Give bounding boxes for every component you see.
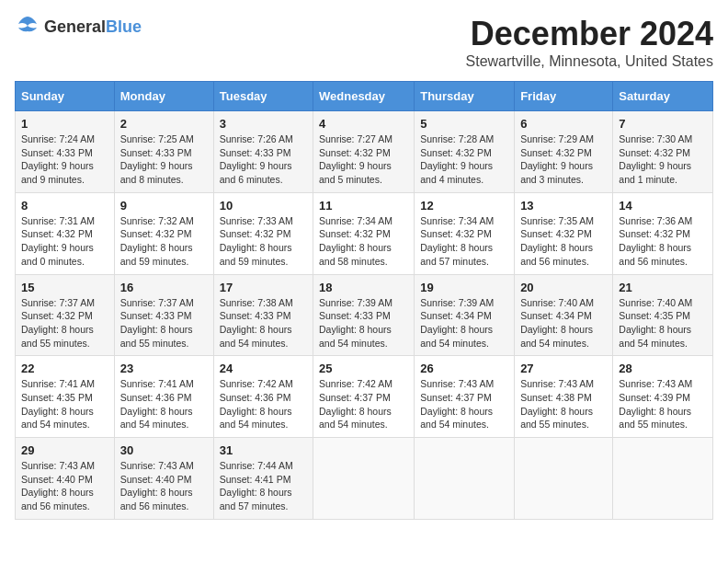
day-number: 18 [319, 281, 408, 294]
calendar-cell: 31 Sunrise: 7:44 AM Sunset: 4:41 PM Dayl… [213, 438, 313, 520]
day-number: 26 [420, 362, 508, 375]
day-header-friday: Friday [515, 82, 613, 111]
day-number: 10 [220, 199, 307, 213]
calendar-cell [415, 438, 515, 520]
calendar-cell: 16 Sunrise: 7:37 AM Sunset: 4:33 PM Dayl… [114, 274, 213, 356]
logo-bird-icon [15, 15, 40, 35]
day-number: 31 [220, 443, 307, 457]
day-info: Sunrise: 7:33 AM Sunset: 4:32 PM Dayligh… [220, 214, 307, 269]
day-number: 22 [21, 362, 108, 375]
calendar-table: SundayMondayTuesdayWednesdayThursdayFrid… [15, 81, 713, 520]
day-number: 9 [120, 199, 208, 213]
day-number: 23 [120, 362, 208, 375]
day-info: Sunrise: 7:38 AM Sunset: 4:33 PM Dayligh… [220, 296, 307, 350]
calendar-cell: 24 Sunrise: 7:42 AM Sunset: 4:36 PM Dayl… [213, 356, 313, 438]
day-info: Sunrise: 7:41 AM Sunset: 4:36 PM Dayligh… [120, 377, 208, 431]
day-headers-row: SundayMondayTuesdayWednesdayThursdayFrid… [16, 82, 713, 111]
day-number: 3 [220, 117, 307, 131]
day-info: Sunrise: 7:35 AM Sunset: 4:32 PM Dayligh… [520, 214, 607, 269]
day-info: Sunrise: 7:36 AM Sunset: 4:32 PM Dayligh… [619, 214, 707, 269]
day-info: Sunrise: 7:34 AM Sunset: 4:32 PM Dayligh… [319, 214, 408, 269]
day-number: 11 [319, 199, 408, 213]
title-section: December 2024 Stewartville, Minnesota, U… [466, 15, 713, 70]
day-info: Sunrise: 7:31 AM Sunset: 4:32 PM Dayligh… [21, 214, 108, 269]
day-info: Sunrise: 7:24 AM Sunset: 4:33 PM Dayligh… [21, 132, 108, 187]
day-info: Sunrise: 7:40 AM Sunset: 4:34 PM Dayligh… [520, 296, 607, 350]
calendar-cell: 15 Sunrise: 7:37 AM Sunset: 4:32 PM Dayl… [16, 274, 115, 356]
day-number: 2 [120, 117, 208, 131]
day-number: 14 [619, 199, 707, 213]
calendar-week-row: 8 Sunrise: 7:31 AM Sunset: 4:32 PM Dayli… [16, 192, 713, 274]
calendar-week-row: 1 Sunrise: 7:24 AM Sunset: 4:33 PM Dayli… [16, 111, 713, 193]
day-number: 27 [520, 362, 607, 375]
calendar-cell: 13 Sunrise: 7:35 AM Sunset: 4:32 PM Dayl… [515, 192, 613, 274]
day-info: Sunrise: 7:26 AM Sunset: 4:33 PM Dayligh… [220, 132, 307, 187]
day-info: Sunrise: 7:39 AM Sunset: 4:34 PM Dayligh… [420, 296, 508, 350]
calendar-cell: 3 Sunrise: 7:26 AM Sunset: 4:33 PM Dayli… [213, 111, 313, 193]
day-info: Sunrise: 7:27 AM Sunset: 4:32 PM Dayligh… [319, 132, 408, 187]
day-info: Sunrise: 7:42 AM Sunset: 4:36 PM Dayligh… [220, 377, 307, 431]
day-number: 12 [420, 199, 508, 213]
calendar-cell [313, 438, 415, 520]
day-number: 1 [21, 117, 108, 131]
day-info: Sunrise: 7:32 AM Sunset: 4:32 PM Dayligh… [120, 214, 208, 269]
calendar-cell: 9 Sunrise: 7:32 AM Sunset: 4:32 PM Dayli… [114, 192, 213, 274]
day-info: Sunrise: 7:43 AM Sunset: 4:38 PM Dayligh… [520, 377, 607, 431]
day-header-sunday: Sunday [16, 82, 115, 111]
calendar-cell: 20 Sunrise: 7:40 AM Sunset: 4:34 PM Dayl… [515, 274, 613, 356]
calendar-cell: 2 Sunrise: 7:25 AM Sunset: 4:33 PM Dayli… [114, 111, 213, 193]
calendar-cell: 29 Sunrise: 7:43 AM Sunset: 4:40 PM Dayl… [16, 438, 115, 520]
day-header-monday: Monday [114, 82, 213, 111]
calendar-week-row: 29 Sunrise: 7:43 AM Sunset: 4:40 PM Dayl… [16, 438, 713, 520]
day-header-wednesday: Wednesday [313, 82, 415, 111]
calendar-cell: 6 Sunrise: 7:29 AM Sunset: 4:32 PM Dayli… [515, 111, 613, 193]
day-number: 4 [319, 117, 408, 131]
day-number: 19 [420, 281, 508, 294]
logo: GeneralBlue [15, 15, 142, 39]
calendar-cell: 8 Sunrise: 7:31 AM Sunset: 4:32 PM Dayli… [16, 192, 115, 274]
calendar-cell: 30 Sunrise: 7:43 AM Sunset: 4:40 PM Dayl… [114, 438, 213, 520]
calendar-cell: 11 Sunrise: 7:34 AM Sunset: 4:32 PM Dayl… [313, 192, 415, 274]
calendar-cell: 18 Sunrise: 7:39 AM Sunset: 4:33 PM Dayl… [313, 274, 415, 356]
calendar-cell: 17 Sunrise: 7:38 AM Sunset: 4:33 PM Dayl… [213, 274, 313, 356]
day-number: 29 [21, 443, 108, 457]
day-number: 24 [220, 362, 307, 375]
day-info: Sunrise: 7:29 AM Sunset: 4:32 PM Dayligh… [520, 132, 607, 187]
calendar-title: December 2024 [466, 15, 713, 53]
day-number: 6 [520, 117, 607, 131]
day-info: Sunrise: 7:42 AM Sunset: 4:37 PM Dayligh… [319, 377, 408, 431]
calendar-subtitle: Stewartville, Minnesota, United States [466, 53, 713, 70]
calendar-week-row: 15 Sunrise: 7:37 AM Sunset: 4:32 PM Dayl… [16, 274, 713, 356]
day-number: 20 [520, 281, 607, 294]
calendar-cell [613, 438, 713, 520]
calendar-cell: 7 Sunrise: 7:30 AM Sunset: 4:32 PM Dayli… [613, 111, 713, 193]
day-number: 15 [21, 281, 108, 294]
day-info: Sunrise: 7:37 AM Sunset: 4:33 PM Dayligh… [120, 296, 208, 350]
logo-blue-text: Blue [106, 17, 142, 36]
calendar-cell: 27 Sunrise: 7:43 AM Sunset: 4:38 PM Dayl… [515, 356, 613, 438]
calendar-cell: 19 Sunrise: 7:39 AM Sunset: 4:34 PM Dayl… [415, 274, 515, 356]
day-info: Sunrise: 7:43 AM Sunset: 4:39 PM Dayligh… [619, 377, 707, 431]
calendar-cell: 23 Sunrise: 7:41 AM Sunset: 4:36 PM Dayl… [114, 356, 213, 438]
day-header-tuesday: Tuesday [213, 82, 313, 111]
day-info: Sunrise: 7:43 AM Sunset: 4:37 PM Dayligh… [420, 377, 508, 431]
day-number: 16 [120, 281, 208, 294]
day-header-thursday: Thursday [415, 82, 515, 111]
day-number: 25 [319, 362, 408, 375]
calendar-cell: 12 Sunrise: 7:34 AM Sunset: 4:32 PM Dayl… [415, 192, 515, 274]
day-info: Sunrise: 7:41 AM Sunset: 4:35 PM Dayligh… [21, 377, 108, 431]
day-info: Sunrise: 7:28 AM Sunset: 4:32 PM Dayligh… [420, 132, 508, 187]
calendar-cell: 14 Sunrise: 7:36 AM Sunset: 4:32 PM Dayl… [613, 192, 713, 274]
day-info: Sunrise: 7:43 AM Sunset: 4:40 PM Dayligh… [120, 459, 208, 513]
day-number: 21 [619, 281, 707, 294]
day-info: Sunrise: 7:30 AM Sunset: 4:32 PM Dayligh… [619, 132, 707, 187]
calendar-cell: 28 Sunrise: 7:43 AM Sunset: 4:39 PM Dayl… [613, 356, 713, 438]
calendar-cell: 21 Sunrise: 7:40 AM Sunset: 4:35 PM Dayl… [613, 274, 713, 356]
day-info: Sunrise: 7:40 AM Sunset: 4:35 PM Dayligh… [619, 296, 707, 350]
day-info: Sunrise: 7:44 AM Sunset: 4:41 PM Dayligh… [220, 459, 307, 513]
day-info: Sunrise: 7:25 AM Sunset: 4:33 PM Dayligh… [120, 132, 208, 187]
calendar-cell: 5 Sunrise: 7:28 AM Sunset: 4:32 PM Dayli… [415, 111, 515, 193]
day-number: 30 [120, 443, 208, 457]
calendar-cell [515, 438, 613, 520]
calendar-cell: 22 Sunrise: 7:41 AM Sunset: 4:35 PM Dayl… [16, 356, 115, 438]
